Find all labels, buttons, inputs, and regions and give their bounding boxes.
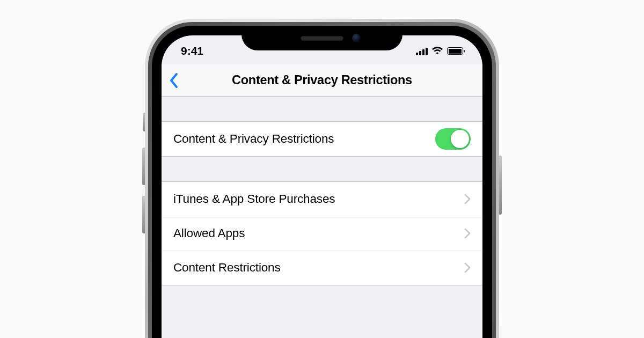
battery-icon (447, 47, 463, 55)
front-camera (352, 34, 361, 42)
row-content-restrictions[interactable]: Content Restrictions (162, 251, 482, 285)
cellular-signal-icon (416, 47, 428, 55)
chevron-right-icon (464, 262, 471, 273)
content-privacy-switch[interactable] (435, 128, 471, 150)
wifi-icon (431, 47, 443, 55)
status-time: 9:41 (181, 42, 203, 57)
back-button[interactable] (169, 72, 179, 89)
speaker-grille (301, 36, 343, 41)
row-itunes-app-store-purchases[interactable]: iTunes & App Store Purchases (162, 182, 482, 216)
chevron-right-icon (464, 228, 471, 239)
row-label: Allowed Apps (173, 226, 464, 240)
content-privacy-toggle-row[interactable]: Content & Privacy Restrictions (162, 122, 482, 156)
row-allowed-apps[interactable]: Allowed Apps (162, 216, 482, 251)
row-label: Content Restrictions (173, 261, 464, 275)
page-title: Content & Privacy Restrictions (232, 73, 412, 87)
navigation-bar: Content & Privacy Restrictions (162, 64, 482, 97)
row-label: iTunes & App Store Purchases (173, 192, 464, 206)
toggle-label: Content & Privacy Restrictions (173, 132, 435, 146)
screen: 9:41 (162, 35, 482, 338)
iphone-frame: 9:41 (145, 19, 499, 338)
chevron-right-icon (464, 194, 471, 204)
notch (241, 26, 402, 50)
